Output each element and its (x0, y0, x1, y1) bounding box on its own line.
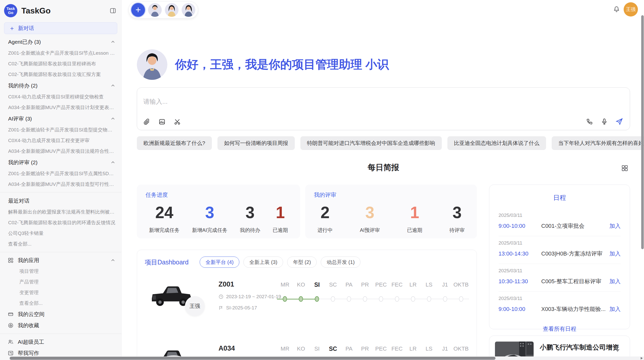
app-root: Task Go TaskGo ＋ 新对话 Agent已办 (3)Z001-全新燃… (0, 0, 644, 360)
milestone-node-todo[interactable] (443, 296, 447, 302)
image-upload-icon[interactable] (158, 118, 166, 125)
sidebar-section-header[interactable]: 我的待办 (2) (0, 80, 121, 92)
sidebar-item[interactable]: C02-飞腾新能源轻客改款项目里程碑画布 (0, 58, 121, 69)
microphone-icon[interactable] (601, 118, 608, 125)
sidebar-item[interactable]: C0X4-动力总成开发项目SI里程碑提交物检查 (0, 92, 121, 102)
app-link[interactable]: 变更管理 (0, 287, 121, 298)
member-avatar[interactable] (148, 3, 162, 17)
dashboard-filter-tab[interactable]: 全新平台 (4) (200, 257, 239, 268)
stat-grid: 24新增完成任务3新增AI完成任务3我的待办1已逾期 (145, 204, 291, 234)
member-avatar[interactable] (165, 3, 179, 17)
new-chat-button[interactable]: ＋ 新对话 (4, 22, 117, 34)
milestone-node-done[interactable] (299, 296, 303, 302)
app-link[interactable]: 产品管理 (0, 277, 121, 287)
milestone-label: SC (325, 281, 341, 288)
chevron-up-icon (110, 116, 116, 122)
sidebar-item-cloud-space[interactable]: 我的云空间 (0, 309, 121, 320)
sidebar-item[interactable]: A034-全新新能源MUV产品开发项目计划变更表编写 (0, 102, 121, 113)
member-avatar[interactable] (182, 3, 195, 17)
suggestion-chip[interactable]: 特朗普可能对进口汽车增税会对中国车企造成哪些影响 (300, 136, 442, 150)
send-icon[interactable] (616, 118, 623, 125)
stat-item[interactable]: 1已逾期 (273, 204, 288, 234)
suggestion-chip[interactable]: 如何写一份清晰的项目周报 (217, 136, 295, 150)
recent-chat-item[interactable]: 公司Q3轻卡销量 (0, 228, 121, 239)
stat-item[interactable]: 2进行中 (317, 204, 333, 234)
apps-view-all-link[interactable]: 查看全部... (0, 298, 121, 309)
notification-bell-icon[interactable] (613, 6, 620, 13)
stat-item[interactable]: 3待评审 (449, 204, 465, 234)
sidebar-item[interactable]: A034-全新新能源MUV产品开发项目造型可行性评审 (0, 179, 121, 190)
briefing-left-column: 任务进度24新增完成任务3新增AI完成任务3我的待办1已逾期我的评审2进行中3A… (137, 185, 477, 360)
stat-label: 已逾期 (273, 227, 288, 234)
join-meeting-link[interactable]: 加入 (609, 305, 621, 313)
milestone-node-done[interactable] (315, 296, 319, 302)
dashboard-filter-tab[interactable]: 年型 (2) (287, 257, 317, 268)
milestone-node-todo[interactable] (411, 296, 415, 302)
scroll-right-arrow[interactable] (641, 357, 643, 359)
milestone-node-todo[interactable] (395, 296, 399, 302)
milestone-node-todo[interactable] (379, 296, 383, 302)
stat-item[interactable]: 3我的待办 (240, 204, 260, 234)
milestone-label: PEC (373, 281, 389, 288)
milestone-node-todo[interactable] (331, 296, 335, 302)
suggestion-chip[interactable]: 欧洲新规最近颁布了什么? (137, 136, 212, 150)
milestone-node-todo[interactable] (363, 296, 367, 302)
suggestion-chip[interactable]: 当下年轻人对汽车外观有怎样的喜好趋势 (552, 136, 644, 150)
milestone-label: PR (357, 281, 373, 288)
stat-card-0: 任务进度24新增完成任务3新增AI完成任务3我的待办1已逾期 (137, 185, 300, 238)
stat-label: 新增AI完成任务 (192, 227, 227, 234)
sidebar-section-title: AI评审 (3) (8, 115, 32, 122)
sidebar-item[interactable]: C0X4-动力总成开发项目工程变更评审 (0, 135, 121, 146)
stat-label: AI预评审 (360, 227, 380, 234)
user-avatar[interactable]: 王强 (624, 2, 638, 17)
milestone-node-todo[interactable] (459, 296, 463, 302)
vertical-scrollbar[interactable] (641, 15, 644, 249)
sidebar-item-my-apps[interactable]: 我的应用 (0, 255, 121, 266)
layout-grid-icon[interactable] (621, 164, 628, 172)
dashboard-filter-tab[interactable]: 全新上装 (3) (243, 257, 283, 268)
recent-chat-item[interactable]: 解释最新出台的欧盟报废车法规再生塑料比例被调至15%... (0, 207, 121, 217)
sidebar-item-ai-staff[interactable]: AI超级员工 (0, 336, 121, 348)
milestone-node-todo[interactable] (427, 296, 431, 302)
sidebar-collapse-icon[interactable] (110, 7, 116, 14)
stat-item[interactable]: 3新增AI完成任务 (192, 204, 227, 234)
join-meeting-link[interactable]: 加入 (609, 278, 621, 285)
milestone-node-col (421, 294, 437, 304)
sidebar-item-favorites[interactable]: 我的收藏 (0, 320, 121, 331)
milestone-node-todo[interactable] (347, 296, 351, 302)
sidebar-section-header[interactable]: 我的评审 (2) (0, 157, 121, 168)
briefing-right-column: 日程 2025/03/119:00-10:00C001-立项审批会加入2025/… (489, 185, 630, 360)
recent-chat-item[interactable]: C02-飞腾新能源轻客改款项目的闭环通告反馈情况 (0, 217, 121, 228)
sidebar-item[interactable]: A034-全新新能源MUV产品开发项目法规符合性评审 (0, 146, 121, 157)
sidebar-item[interactable]: Z001-全新燃油皮卡产品开发项目SI节点Lesson Learn报告 (0, 48, 121, 58)
voice-call-icon[interactable] (586, 118, 593, 125)
stat-value: 3 (365, 204, 374, 221)
view-all-schedule-link[interactable]: 查看所有日程 (499, 325, 621, 333)
app-link[interactable]: 项目管理 (0, 266, 121, 277)
sidebar-item[interactable]: C02-飞腾新能源轻客改款项目立项汇报方案 (0, 69, 121, 80)
recent-view-all-link[interactable]: 查看全部... (0, 239, 121, 249)
stat-item[interactable]: 1已逾期 (407, 204, 422, 234)
suggestion-chip[interactable]: 比亚迪全固态电池计划具体说了什么 (447, 136, 546, 150)
sidebar-item[interactable]: Z001-全新燃油轻卡产品开发项目SI节点属性5D文件评审 (0, 168, 121, 179)
attachment-icon[interactable] (143, 118, 150, 125)
dashboard-filter-tab[interactable]: 动总开发 (1) (321, 257, 360, 268)
join-meeting-link[interactable]: 加入 (609, 222, 621, 230)
add-member-button[interactable]: + (131, 3, 145, 17)
stat-item[interactable]: 3AI预评审 (360, 204, 380, 234)
milestone-node-done[interactable] (283, 296, 287, 302)
sidebar-item[interactable]: Z001-全新燃油轻卡产品开发项目SI造型提交物评审 (0, 125, 121, 135)
stat-item[interactable]: 24新增完成任务 (149, 204, 180, 234)
scissors-icon[interactable] (174, 118, 181, 125)
horizontal-scrollbar-track[interactable] (9, 356, 644, 360)
join-meeting-link[interactable]: 加入 (609, 250, 621, 258)
logo-text-top: Task (6, 7, 15, 11)
schedule-row: 9:00-10:00C001-立项审批会加入 (499, 222, 621, 230)
sidebar-section-header[interactable]: Agent已办 (3) (0, 36, 121, 48)
horizontal-scrollbar-thumb[interactable] (10, 357, 495, 360)
chat-input-box[interactable]: 请输入... (137, 87, 630, 130)
sidebar-section-title: 我的待办 (2) (8, 82, 38, 89)
sidebar-section-header[interactable]: AI评审 (3) (0, 113, 121, 125)
scroll-down-arrow[interactable] (616, 349, 620, 352)
milestone-labels: MRKOSISCPAPRPECFECLRLSJ1OKTB (277, 281, 469, 288)
